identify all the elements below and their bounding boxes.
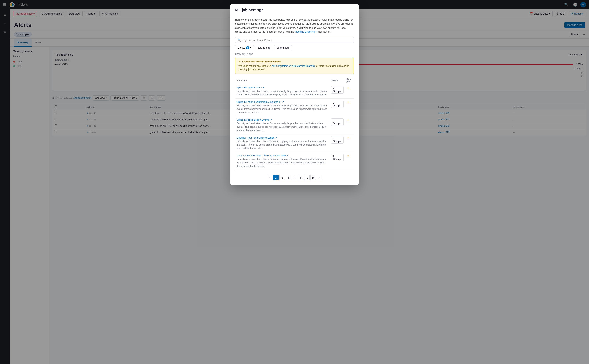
- job-row: Spike in Logon Events ↗ Security: Authen…: [235, 84, 354, 98]
- job-5-groups: 2 Groups: [330, 152, 345, 170]
- job-1-name-link[interactable]: Spike in Logon Events ↗: [237, 86, 328, 89]
- job-5-name-cell: Unusual Source IP for a User to Logon fr…: [235, 152, 330, 170]
- job-2-desc: Security: Authentication - Looks for an …: [237, 104, 328, 114]
- custom-jobs-button[interactable]: Custom jobs: [274, 45, 292, 50]
- job-1-run-icon[interactable]: ⚠: [347, 86, 350, 90]
- job-5-desc: Security: Authentication - Looks for a u…: [237, 157, 328, 168]
- job-3-name-cell: Spike in Failed Logon Events ↗ Security:…: [235, 117, 330, 134]
- jobs-table-body: Spike in Logon Events ↗ Security: Authen…: [235, 84, 354, 170]
- modal-page-5[interactable]: 5: [298, 175, 304, 180]
- job-4-name-cell: Unusual Hour for a User to Logon ↗ Secur…: [235, 134, 330, 152]
- ml-job-settings-modal: ML job settings Run any of the Machine L…: [231, 4, 358, 185]
- warning-banner: ⚠ 43 jobs are currently unavailable We c…: [235, 58, 354, 74]
- modal-page-4[interactable]: 4: [292, 175, 297, 180]
- job-4-desc: Security: Authentication - Looks for a u…: [237, 139, 328, 150]
- job-2-groups-badge: 2 Groups: [331, 100, 343, 108]
- job-row: Spike in Failed Logon Events ↗ Security:…: [235, 117, 354, 134]
- job-3-run-icon[interactable]: ⚠: [347, 118, 350, 122]
- groups-label: Groups: [238, 46, 245, 49]
- job-row: Spike in Logon Events from a Source IP ↗…: [235, 98, 354, 117]
- job-5-groups-badge: 2 Groups: [331, 154, 343, 162]
- job-3-desc: Security: Authentication - Looks for an …: [237, 122, 328, 132]
- modal-search-icon: 🔍: [238, 39, 241, 41]
- job-4-run: ⚠: [345, 134, 354, 152]
- job-row: Unusual Source IP for a User to Logon fr…: [235, 152, 354, 170]
- job-5-run: ⚠: [345, 152, 354, 170]
- anomaly-detection-link[interactable]: Anomaly Detection with Machine Learning: [272, 65, 316, 67]
- run-job-col-header: Run job: [345, 77, 354, 84]
- external-link-icon-2: ↗: [282, 101, 284, 103]
- modal-page-2[interactable]: 2: [279, 175, 285, 180]
- external-link-icon: ↗: [263, 86, 264, 89]
- modal-search-input[interactable]: [242, 39, 351, 41]
- job-4-groups: 2 Groups: [330, 134, 345, 152]
- modal-title: ML job settings: [235, 8, 354, 12]
- modal-pagination: ‹ 1 2 3 4 5 ... 10 ›: [235, 171, 354, 182]
- external-link-icon-5: ↗: [286, 154, 288, 157]
- job-2-name-cell: Spike in Logon Events from a Source IP ↗…: [235, 98, 330, 117]
- job-2-name-link[interactable]: Spike in Logon Events from a Source IP ↗: [237, 100, 328, 104]
- modal-desc-text: Run any of the Machine Learning jobs bel…: [235, 18, 353, 33]
- warning-description: We could not find any data, see Anomaly …: [239, 64, 350, 71]
- modal-search-bar[interactable]: 🔍: [235, 37, 354, 43]
- jobs-table-header: Job name Groups Run job: [235, 77, 354, 84]
- job-1-name-cell: Spike in Logon Events ↗ Security: Authen…: [235, 84, 330, 98]
- groups-col-header: Groups: [330, 77, 345, 84]
- modal-page-1[interactable]: 1: [273, 175, 278, 180]
- modal-page-ellipsis: ...: [304, 175, 310, 180]
- external-link-icon-4: ↗: [275, 136, 277, 139]
- groups-count-badge: 8: [246, 46, 250, 49]
- modal-header: ML job settings: [231, 4, 358, 15]
- job-3-groups: 2 Groups: [330, 117, 345, 134]
- job-name-col-header: Job name: [235, 77, 330, 84]
- warning-icon: ⚠: [239, 60, 241, 63]
- job-1-desc: Security: Authentication - Looks for an …: [237, 90, 328, 97]
- job-1-groups: 2 Groups: [330, 84, 345, 98]
- modal-next-btn[interactable]: ›: [317, 175, 322, 180]
- modal-prev-btn[interactable]: ‹: [267, 175, 272, 180]
- modal-page-3[interactable]: 3: [285, 175, 291, 180]
- warning-title: ⚠ 43 jobs are currently unavailable: [239, 60, 350, 63]
- showing-jobs-text: Showing: 47 jobs: [235, 52, 354, 55]
- job-row: Unusual Hour for a User to Logon ↗ Secur…: [235, 134, 354, 152]
- external-link-icon-3: ↗: [270, 118, 272, 121]
- job-3-run: ⚠: [345, 117, 354, 134]
- modal-body: Run any of the Machine Learning jobs bel…: [231, 15, 358, 185]
- job-2-run-icon[interactable]: ⚠: [347, 101, 350, 104]
- job-1-run: ⚠: [345, 84, 354, 98]
- job-2-run: ⚠: [345, 98, 354, 117]
- modal-page-10[interactable]: 10: [311, 175, 316, 180]
- job-1-groups-badge: 2 Groups: [331, 86, 343, 93]
- job-4-name-link[interactable]: Unusual Hour for a User to Logon ↗: [237, 136, 328, 139]
- job-4-groups-badge: 2 Groups: [331, 136, 343, 143]
- modal-filters: Groups 8 ▾ Elastic jobs Custom jobs: [235, 45, 354, 50]
- job-5-run-icon[interactable]: ⚠: [347, 154, 350, 157]
- jobs-table: Job name Groups Run job Spike in Logon E…: [235, 77, 354, 170]
- elastic-jobs-button[interactable]: Elastic jobs: [255, 45, 272, 50]
- groups-chevron: ▾: [250, 46, 252, 49]
- job-3-name-link[interactable]: Spike in Failed Logon Events ↗: [237, 118, 328, 121]
- job-5-name-link[interactable]: Unusual Source IP for a User to Logon fr…: [237, 154, 328, 157]
- modal-desc-end: application.: [318, 30, 331, 33]
- job-3-groups-badge: 2 Groups: [331, 118, 343, 126]
- job-4-run-icon[interactable]: ⚠: [347, 136, 350, 140]
- ml-link[interactable]: Machine Learning ↗: [295, 30, 318, 33]
- groups-button[interactable]: Groups 8 ▾: [235, 45, 254, 50]
- job-2-groups: 2 Groups: [330, 98, 345, 117]
- modal-description: Run any of the Machine Learning jobs bel…: [235, 18, 354, 34]
